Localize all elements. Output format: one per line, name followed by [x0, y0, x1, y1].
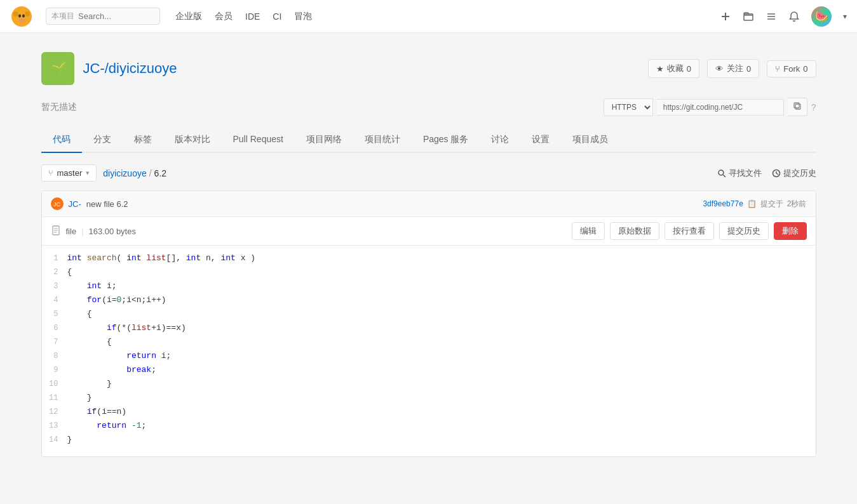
- committer-avatar: JC: [51, 197, 64, 210]
- collect-count: 0: [687, 64, 691, 74]
- nav-member[interactable]: 会员: [215, 11, 233, 22]
- copy-icon: [793, 102, 802, 110]
- file-meta-actions: 编辑 原始数据 按行查看 提交历史 删除: [572, 222, 807, 240]
- branch-name: master: [57, 168, 83, 178]
- repo-description: 暂无描述: [41, 102, 77, 113]
- repo-tabs: 代码 分支 标签 版本对比 Pull Request 项目网络 项目统计 Pag…: [41, 128, 816, 153]
- search-input[interactable]: [78, 11, 129, 21]
- commit-time: 2秒前: [787, 199, 807, 209]
- path-repo[interactable]: diyicizuoye: [103, 168, 146, 178]
- code-line: 6 if(*(list+i)==x): [42, 323, 816, 337]
- tab-code[interactable]: 代码: [41, 128, 82, 153]
- help-icon[interactable]: ?: [811, 102, 816, 112]
- path-file: 6.2: [154, 168, 166, 178]
- topnav-right: 🍉 ▾: [720, 6, 847, 27]
- tab-settings[interactable]: 设置: [520, 128, 561, 153]
- repo-header: 🌱 JC-/diyicizuoye ★ 收藏 0 👁 关注 0 ⑂ Fork 0: [41, 52, 816, 85]
- file-commit-bar: JC JC- new file 6.2 3df9eeb77e 📋 提交于 2秒前: [42, 191, 816, 217]
- nav-ide[interactable]: IDE: [245, 11, 260, 22]
- eye-icon: 👁: [715, 64, 724, 74]
- code-line: 1 int search( int list[], int n, int x ): [42, 253, 816, 267]
- tab-compare[interactable]: 版本对比: [163, 128, 222, 153]
- search-icon: [717, 169, 726, 178]
- tab-discuss[interactable]: 讨论: [480, 128, 520, 153]
- code-line: 7 {: [42, 337, 816, 351]
- svg-rect-18: [794, 103, 799, 108]
- svg-text:🌱: 🌱: [50, 60, 68, 77]
- branch-icon: ⑂: [48, 168, 53, 178]
- bell-icon[interactable]: [788, 11, 800, 22]
- star-icon: ★: [656, 64, 664, 74]
- code-line: 3 int i;: [42, 281, 816, 295]
- commit-hash[interactable]: 3df9eeb77e: [703, 199, 743, 208]
- tab-network[interactable]: 项目网络: [295, 128, 353, 153]
- tab-pages[interactable]: Pages 服务: [412, 128, 480, 153]
- code-line: 12 if(i==n): [42, 407, 816, 421]
- tab-stats[interactable]: 项目统计: [353, 128, 412, 153]
- file-meta-left: file | 163.00 bytes: [51, 225, 136, 237]
- code-line: 5 {: [42, 309, 816, 323]
- watch-label: 关注: [727, 63, 743, 74]
- commit-info-left: JC JC- new file 6.2: [51, 197, 128, 210]
- search-wrap[interactable]: 本项目: [46, 8, 160, 25]
- watch-button[interactable]: 👁 关注 0: [707, 59, 759, 78]
- code-line: 8 return i;: [42, 351, 816, 365]
- commit-history-link[interactable]: 提交历史: [772, 168, 816, 179]
- nav-enterprise[interactable]: 企业版: [175, 11, 202, 22]
- code-line: 14 }: [42, 435, 816, 449]
- svg-text:JC: JC: [53, 201, 61, 208]
- find-file-label: 寻找文件: [729, 168, 762, 179]
- repo-full-name[interactable]: JC-/diyicizuoye: [83, 60, 177, 77]
- blame-button[interactable]: 按行查看: [665, 222, 714, 240]
- file-meta-bar: file | 163.00 bytes 编辑 原始数据 按行查看 提交历史 删除: [42, 217, 816, 246]
- svg-point-4: [18, 14, 21, 17]
- clone-wrap: HTTPS SSH ?: [604, 98, 816, 116]
- branch-path: diyicizuoye / 6.2: [103, 168, 166, 178]
- search-label: 本项目: [51, 11, 74, 22]
- chevron-down-icon[interactable]: ▾: [843, 12, 847, 21]
- delete-button[interactable]: 删除: [774, 222, 807, 240]
- svg-point-19: [719, 170, 724, 175]
- file-info-panel: JC JC- new file 6.2 3df9eeb77e 📋 提交于 2秒前…: [41, 190, 816, 457]
- svg-point-8: [25, 11, 30, 17]
- topnav: 本项目 企业版 会员 IDE CI 冒泡 🍉 ▾: [0, 0, 857, 33]
- clone-copy-button[interactable]: [788, 98, 807, 116]
- edit-button[interactable]: 编辑: [572, 222, 605, 240]
- clone-protocol-select[interactable]: HTTPS SSH: [604, 98, 653, 116]
- add-icon[interactable]: [720, 11, 731, 22]
- code-line: 10 }: [42, 379, 816, 393]
- code-line: 13 return -1;: [42, 421, 816, 435]
- raw-button[interactable]: 原始数据: [610, 222, 659, 240]
- branch-chevron-icon: ▾: [86, 169, 90, 177]
- hash-copy-icon[interactable]: 📋: [747, 199, 757, 208]
- find-file-link[interactable]: 寻找文件: [717, 168, 762, 179]
- branch-selector[interactable]: ⑂ master ▾: [41, 164, 97, 182]
- code-line: 4 for(i=0;i<n;i++): [42, 295, 816, 309]
- folder-icon[interactable]: [743, 11, 754, 22]
- nav-ci[interactable]: CI: [273, 11, 281, 22]
- tab-branch[interactable]: 分支: [82, 128, 123, 153]
- code-view: 1 int search( int list[], int n, int x )…: [42, 246, 816, 456]
- menu-icon[interactable]: [766, 11, 777, 22]
- repo-avatar-img: 🌱: [45, 56, 71, 81]
- avatar[interactable]: 🍉: [811, 6, 832, 27]
- tab-members[interactable]: 项目成员: [561, 128, 619, 153]
- logo[interactable]: [10, 5, 33, 28]
- history-button[interactable]: 提交历史: [719, 222, 769, 240]
- collect-button[interactable]: ★ 收藏 0: [648, 59, 699, 78]
- commit-avatar-img: JC: [51, 197, 64, 210]
- history-label: 提交历史: [783, 168, 816, 179]
- tab-tags[interactable]: 标签: [123, 128, 163, 153]
- commit-username[interactable]: JC-: [69, 199, 81, 209]
- avatar-emoji: 🍉: [814, 10, 828, 23]
- tab-pullrequest[interactable]: Pull Request: [222, 128, 295, 153]
- topnav-nav: 企业版 会员 IDE CI 冒泡: [175, 11, 312, 22]
- code-line: 2 {: [42, 267, 816, 281]
- clone-url-input[interactable]: [657, 99, 784, 116]
- svg-point-6: [18, 18, 25, 22]
- nav-bubble[interactable]: 冒泡: [294, 11, 312, 22]
- fork-count: 0: [803, 64, 807, 74]
- path-separator: /: [149, 168, 152, 178]
- repo-actions: ★ 收藏 0 👁 关注 0 ⑂ Fork 0: [648, 59, 816, 78]
- fork-button[interactable]: ⑂ Fork 0: [767, 60, 816, 77]
